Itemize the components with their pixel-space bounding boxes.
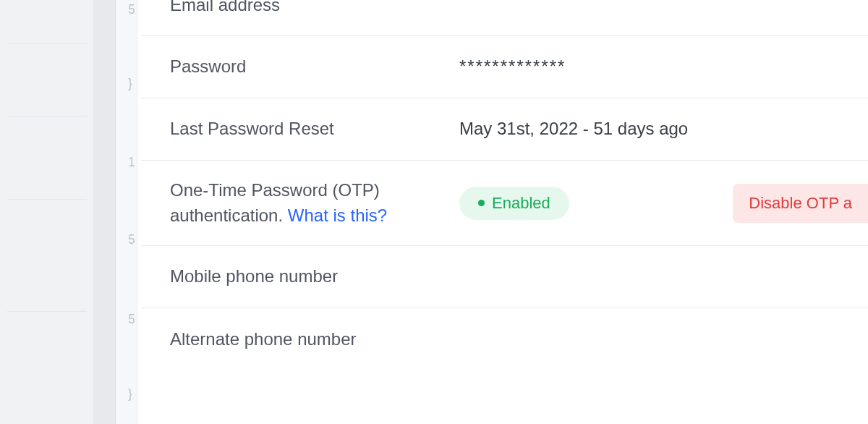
badge-otp-status: Enabled [459,187,569,220]
label-otp: One-Time Password (OTP) authentication. … [170,178,459,229]
value-password: ************* [459,56,868,77]
value-otp: Enabled [459,187,733,220]
status-dot-icon [478,200,485,206]
row-alternate-phone: Alternate phone number [141,308,868,370]
label-last-password-reset: Last Password Reset [170,116,459,142]
disable-otp-button[interactable]: Disable OTP a [733,184,868,223]
link-what-is-this[interactable]: What is this? [288,205,387,225]
badge-otp-status-text: Enabled [492,194,550,213]
row-last-password-reset: Last Password Reset May 31st, 2022 - 51 … [141,98,868,161]
row-mobile-phone: Mobile phone number [141,246,868,308]
account-settings-panel: Email address Password ************* Las… [141,0,868,424]
row-email: Email address [141,0,868,36]
label-alternate-phone: Alternate phone number [170,327,459,352]
label-email: Email address [170,0,459,18]
label-mobile-phone: Mobile phone number [170,264,459,289]
value-last-password-reset: May 31st, 2022 - 51 days ago [459,119,868,139]
label-password: Password [170,54,459,80]
row-password: Password ************* [141,36,868,98]
row-otp: One-Time Password (OTP) authentication. … [141,161,868,247]
